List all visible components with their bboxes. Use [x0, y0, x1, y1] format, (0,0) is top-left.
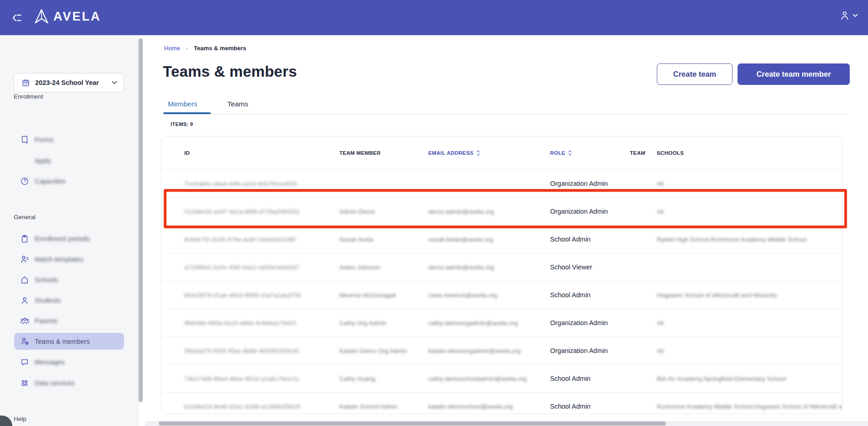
table-row[interactable]: 7ce5a84c-e8a4-44fa-a11b-8cb7bb1a4f20Orga…: [161, 169, 842, 197]
sidebar-item-data-services[interactable]: Data services: [14, 374, 124, 391]
dots-grid-icon: [20, 378, 30, 388]
tab-teams[interactable]: Teams: [223, 100, 253, 108]
sidebar-section-general: General: [14, 214, 36, 221]
cell-member: Minerva McGonagall: [339, 292, 428, 299]
column-header-email-address[interactable]: EMAIL ADDRESS: [428, 150, 550, 156]
create-team-button[interactable]: Create team: [657, 63, 733, 85]
chat-icon: [20, 357, 30, 367]
cell-role: School Admin: [550, 291, 630, 299]
cell-schools: All: [657, 208, 842, 215]
cell-id: 01194e33-a347-4d1a-89f8-d729a2065531: [161, 208, 339, 215]
table-row[interactable]: a72498d1-bc0c-43f0-ba12-cb55e3de63d7Adam…: [161, 253, 842, 281]
cell-role: School Viewer: [550, 263, 630, 271]
sort-icon: [476, 150, 480, 156]
column-header-schools: SCHOOLS: [657, 150, 842, 156]
breadcrumb-separator: ›: [186, 45, 188, 52]
vertical-scrollbar[interactable]: [139, 38, 143, 402]
cell-schools: Hogwarts School of Witchcraft and Wizard…: [657, 292, 842, 299]
table-row-highlighted[interactable]: 01194e33-a347-4d1a-89f8-d729a2065531Admi…: [161, 197, 842, 225]
sidebar-item-label: Messages: [35, 358, 65, 366]
cell-member: Adam Johnson: [339, 264, 428, 271]
cell-email: cathy-demoorgadmin@avela.org: [428, 320, 550, 326]
breadcrumb-home-link[interactable]: Home: [164, 45, 180, 52]
cell-id: f6bfcbfe-685d-4a19-a8bb-4c6e8a179d25: [161, 320, 339, 326]
calendar-icon: [21, 79, 30, 87]
cell-role: School Admin: [550, 236, 630, 243]
sidebar-section-help: Help: [14, 415, 26, 422]
user-menu[interactable]: [839, 10, 858, 21]
sidebar: Enrollment 2023-24 School Year FormsAppl…: [0, 35, 139, 426]
table-row[interactable]: 56d3ad7b-505f-45ac-8b88-4b5060304c91Kate…: [161, 337, 842, 364]
table-row[interactable]: 9c8de7f2-d230-474e-acbf-13efa0cb1060Sona…: [161, 225, 842, 253]
form-icon: [20, 135, 30, 145]
breadcrumb-current: Teams & members: [194, 45, 246, 52]
table-row[interactable]: f6bfcbfe-685d-4a19-a8bb-4c6e8a179d25Cath…: [161, 309, 842, 337]
cell-member: Cathy Org Admin: [339, 320, 428, 326]
cell-member: Cathy Huang: [339, 375, 428, 382]
table-row[interactable]: 73e373d6-96a4-4bbe-852d-a1a8c7feec2cCath…: [161, 364, 842, 392]
sidebar-item-apply[interactable]: Apply: [14, 152, 124, 169]
avela-logo[interactable]: AVELA: [34, 8, 101, 25]
cell-email: demo-admin@avela.org: [428, 264, 550, 271]
sidebar-item-teams-members[interactable]: Teams & members: [14, 333, 124, 350]
person-list-icon: [20, 254, 30, 264]
gauge-icon: [20, 176, 30, 186]
members-table: IDTEAM MEMBEREMAIL ADDRESSROLETEAMSCHOOL…: [161, 136, 842, 414]
cell-email: katelin-demoschool@avela.org: [428, 403, 550, 410]
active-tab-indicator: [163, 112, 211, 114]
collapse-sidebar-icon[interactable]: [11, 12, 23, 24]
people-icon: [20, 316, 30, 326]
column-header-team-member: TEAM MEMBER: [339, 150, 428, 156]
table-row[interactable]: b154bd18-9e4b-43a1-b2b8-a1283b25f626Kate…: [161, 392, 842, 414]
school-year-value: 2023-24 School Year: [35, 79, 99, 86]
sidebar-item-forms[interactable]: Forms: [14, 131, 124, 148]
cell-role: School Admin: [550, 403, 630, 410]
cell-id: b5dc0878-01ae-48c9-9998-c0a7a1aed706: [161, 292, 339, 299]
cell-id: 7ce5a84c-e8a4-44fa-a11b-8cb7bb1a4f20: [161, 180, 339, 187]
cell-email: sonali-belair@avela.org: [428, 236, 550, 243]
sidebar-item-label: Apply: [35, 157, 51, 164]
sidebar-item-enrollment-periods[interactable]: Enrollment periods: [14, 230, 124, 247]
cell-role: Organization Admin: [550, 347, 630, 354]
sidebar-item-students[interactable]: Students: [14, 292, 124, 309]
column-header-role[interactable]: ROLE: [550, 150, 630, 156]
table-header-row: IDTEAM MEMBEREMAIL ADDRESSROLETEAMSCHOOL…: [161, 137, 842, 169]
cell-schools: All: [657, 347, 842, 354]
cell-schools: Rushmore Academy Middle School,Hogwarts …: [657, 403, 842, 410]
person-gear-icon: [20, 337, 30, 347]
sidebar-item-label: Enrollment periods: [35, 235, 90, 242]
cell-role: Organization Admin: [550, 208, 630, 215]
cell-role: Organization Admin: [550, 180, 630, 187]
avela-logo-icon: [34, 8, 49, 25]
sort-icon: [568, 150, 572, 156]
table-row[interactable]: b5dc0878-01ae-48c9-9998-c0a7a1aed706Mine…: [161, 281, 842, 309]
horizontal-scrollbar[interactable]: [159, 421, 666, 426]
sidebar-item-label: Schools: [35, 276, 58, 284]
cell-role: Organization Admin: [550, 319, 630, 326]
sidebar-section-enrollment: Enrollment: [14, 93, 43, 100]
sidebar-item-label: Forms: [35, 136, 53, 143]
home-icon: [20, 275, 30, 285]
sidebar-item-schools[interactable]: Schools: [14, 271, 124, 288]
sidebar-item-label: Match templates: [35, 256, 83, 263]
cell-schools: All: [657, 320, 842, 326]
school-year-selector[interactable]: 2023-24 School Year: [14, 73, 124, 92]
sidebar-item-match-templates[interactable]: Match templates: [14, 251, 124, 268]
cell-email: demo-admin@avela.org: [428, 208, 550, 215]
page-title: Teams & members: [163, 63, 297, 80]
create-team-member-button[interactable]: Create team member: [738, 63, 850, 85]
column-header-id: ID: [161, 150, 339, 156]
sidebar-item-parents[interactable]: Parents: [14, 312, 124, 329]
cell-id: a72498d1-bc0c-43f0-ba12-cb55e3de63d7: [161, 264, 339, 271]
chevron-down-icon: [112, 81, 117, 84]
sidebar-item-label: Data services: [35, 379, 75, 387]
tab-members[interactable]: Members: [163, 100, 202, 108]
sidebar-item-messages[interactable]: Messages: [14, 353, 124, 370]
sidebar-item-capacities[interactable]: Capacities: [14, 173, 124, 189]
chevron-down-icon: [852, 14, 858, 17]
cell-schools: All: [657, 180, 842, 187]
cell-member: Admin Demo: [339, 208, 428, 215]
cell-role: School Admin: [550, 375, 630, 382]
sidebar-item-label: Parents: [35, 317, 57, 325]
cell-id: 56d3ad7b-505f-45ac-8b88-4b5060304c91: [161, 347, 339, 354]
